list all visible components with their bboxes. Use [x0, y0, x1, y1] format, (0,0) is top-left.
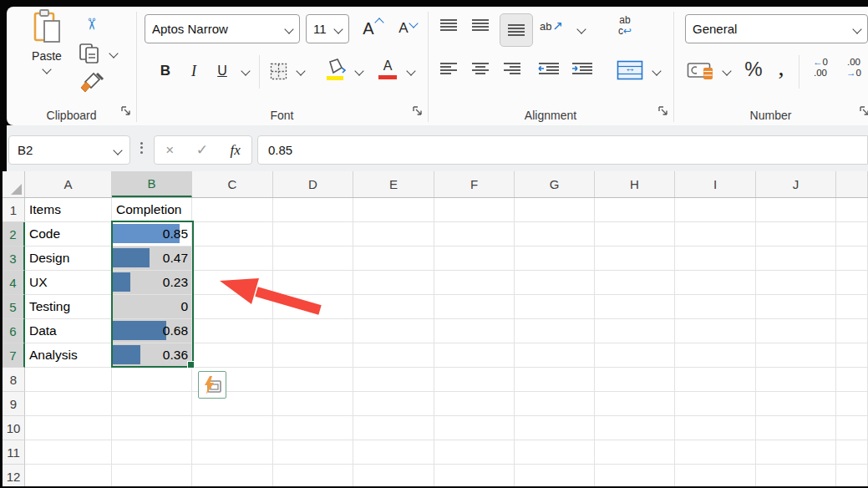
cell-F5[interactable]: [434, 295, 515, 319]
format-painter-button[interactable]: [79, 70, 105, 94]
cell-B10[interactable]: [112, 416, 192, 440]
cell-J8[interactable]: [756, 368, 836, 392]
alignment-dialog-launcher-icon[interactable]: [657, 105, 669, 117]
cancel-icon[interactable]: ×: [165, 142, 174, 159]
wrap-text-button[interactable]: ab c↩: [618, 15, 632, 37]
paste-button[interactable]: Paste: [22, 8, 72, 73]
cell-H9[interactable]: [595, 392, 675, 416]
cell-C6[interactable]: [192, 319, 273, 343]
increase-font-size-button[interactable]: A: [358, 16, 388, 41]
cell-I9[interactable]: [675, 392, 756, 416]
column-header-G[interactable]: G: [515, 171, 595, 197]
cell-C3[interactable]: [192, 247, 273, 271]
cell-K9[interactable]: [836, 392, 868, 416]
cell-F4[interactable]: [434, 271, 515, 295]
cell-J6[interactable]: [756, 319, 836, 343]
cell-E8[interactable]: [353, 368, 434, 392]
cell-D11[interactable]: [273, 440, 353, 465]
cell-E12[interactable]: [353, 465, 434, 486]
cell-H7[interactable]: [595, 343, 675, 368]
borders-chevron[interactable]: [296, 66, 305, 75]
cell-G2[interactable]: [515, 222, 595, 247]
cell-J1[interactable]: [756, 198, 836, 222]
cell-A6[interactable]: Data: [25, 319, 112, 343]
align-left-button[interactable]: [439, 62, 458, 75]
column-header-D[interactable]: D: [273, 171, 353, 197]
comma-style-button[interactable]: ,: [772, 55, 790, 80]
merge-center-button[interactable]: ↔: [617, 60, 645, 84]
cell-B4[interactable]: 0.23: [112, 271, 192, 295]
cell-E3[interactable]: [353, 247, 434, 271]
cell-K5[interactable]: [836, 295, 868, 319]
decrease-font-size-button[interactable]: A: [393, 16, 423, 41]
cell-C10[interactable]: [192, 416, 273, 440]
column-header-F[interactable]: F: [434, 171, 515, 197]
cell-G7[interactable]: [515, 343, 595, 368]
cell-G8[interactable]: [515, 368, 595, 392]
cell-D4[interactable]: [273, 271, 353, 295]
cell-G1[interactable]: [515, 198, 595, 222]
cell-G5[interactable]: [515, 295, 595, 319]
cell-G11[interactable]: [515, 440, 595, 465]
bottom-align-button[interactable]: [500, 13, 533, 47]
cell-I3[interactable]: [675, 247, 756, 271]
font-color-chevron[interactable]: [406, 66, 415, 75]
cell-B12[interactable]: [112, 465, 192, 486]
accounting-chevron[interactable]: [722, 66, 731, 75]
fill-color-chevron[interactable]: [354, 66, 363, 75]
cell-B9[interactable]: [112, 392, 192, 416]
cell-H8[interactable]: [595, 368, 675, 392]
cell-J12[interactable]: [756, 465, 836, 486]
italic-button[interactable]: I: [184, 58, 204, 84]
cell-A4[interactable]: UX: [25, 271, 112, 295]
cell-I10[interactable]: [675, 416, 756, 440]
cell-H4[interactable]: [595, 271, 675, 295]
cell-A11[interactable]: [25, 440, 112, 465]
column-header-E[interactable]: E: [353, 171, 434, 197]
percent-style-button[interactable]: %: [740, 57, 767, 82]
orientation-button[interactable]: ab ↗: [540, 18, 563, 33]
cell-D10[interactable]: [273, 416, 353, 440]
cell-I5[interactable]: [675, 295, 756, 319]
cell-F8[interactable]: [434, 368, 515, 392]
cell-C4[interactable]: [192, 271, 273, 295]
font-name-combo[interactable]: Aptos Narrow: [145, 14, 300, 43]
column-header-partial[interactable]: [836, 171, 868, 197]
cell-K1[interactable]: [836, 198, 868, 222]
center-button[interactable]: [471, 62, 490, 75]
cell-E6[interactable]: [353, 319, 434, 343]
number-format-combo[interactable]: General: [685, 14, 868, 43]
cell-F12[interactable]: [434, 465, 515, 486]
cell-G3[interactable]: [515, 247, 595, 271]
clipboard-dialog-launcher-icon[interactable]: [120, 105, 132, 117]
row-header-1[interactable]: 1: [3, 198, 25, 222]
cell-D1[interactable]: [273, 198, 353, 222]
borders-button[interactable]: [267, 60, 289, 82]
cell-E9[interactable]: [353, 392, 434, 416]
decrease-indent-button[interactable]: [538, 62, 560, 75]
cell-J11[interactable]: [756, 440, 836, 465]
cell-B6[interactable]: 0.68: [112, 319, 192, 343]
cell-K6[interactable]: [836, 319, 868, 343]
cell-E5[interactable]: [353, 295, 434, 319]
cell-F9[interactable]: [434, 392, 515, 416]
cell-A3[interactable]: Design: [25, 247, 112, 271]
paste-dropdown-chevron[interactable]: [42, 64, 51, 74]
cell-G12[interactable]: [515, 465, 595, 486]
formula-input[interactable]: 0.85: [257, 135, 868, 165]
cell-J4[interactable]: [756, 271, 836, 295]
cell-I1[interactable]: [675, 198, 756, 222]
align-right-button[interactable]: [503, 62, 521, 75]
cell-H1[interactable]: [595, 198, 675, 222]
cut-button[interactable]: ✂: [80, 12, 104, 35]
cell-F2[interactable]: [434, 222, 515, 247]
row-header-4[interactable]: 4: [3, 271, 25, 295]
bold-button[interactable]: B: [155, 58, 175, 84]
cell-D3[interactable]: [273, 247, 353, 271]
cell-J2[interactable]: [756, 222, 836, 247]
cell-D7[interactable]: [273, 343, 353, 368]
cell-J9[interactable]: [756, 392, 836, 416]
cell-E10[interactable]: [353, 416, 434, 440]
row-header-9[interactable]: 9: [3, 392, 25, 416]
formula-bar-dots-handle[interactable]: [140, 140, 143, 155]
